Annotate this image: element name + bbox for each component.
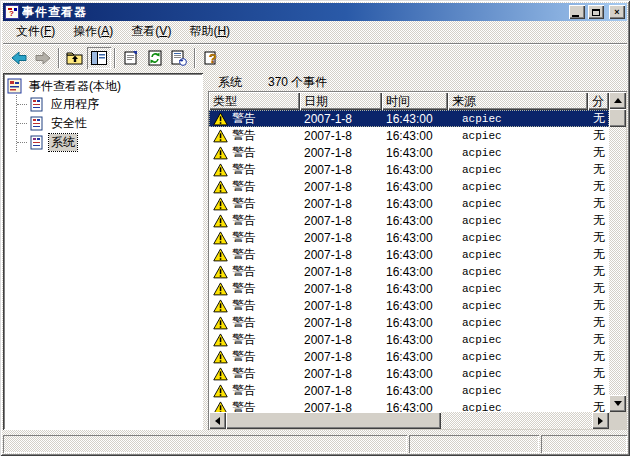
column-header-source[interactable]: 来源 bbox=[448, 92, 588, 110]
menu-item-a[interactable]: 操作(A) bbox=[64, 21, 122, 43]
menu-item-v[interactable]: 查看(V) bbox=[122, 21, 180, 43]
maximize-button[interactable] bbox=[588, 5, 604, 19]
event-type-cell: 警告 bbox=[209, 365, 300, 382]
horizontal-scroll-track[interactable] bbox=[441, 412, 592, 429]
refresh-button[interactable] bbox=[143, 47, 167, 69]
show-hide-console-tree-button[interactable] bbox=[87, 47, 111, 69]
up-one-level-button[interactable] bbox=[63, 47, 87, 69]
event-type-cell: 警告 bbox=[209, 144, 300, 161]
event-time-cell: 16:43:00 bbox=[382, 263, 448, 280]
warning-icon bbox=[213, 231, 228, 245]
back-button[interactable] bbox=[7, 47, 31, 69]
help-button[interactable]: ? bbox=[199, 47, 223, 69]
event-category-cell: 无 bbox=[588, 127, 609, 144]
scroll-left-button[interactable] bbox=[209, 412, 226, 429]
event-row[interactable]: 警告 2007-1-8 16:43:00 acpiec 无 bbox=[209, 110, 609, 127]
scope-label: 系统 bbox=[218, 74, 242, 91]
event-row[interactable]: 警告 2007-1-8 16:43:00 acpiec 无 bbox=[209, 246, 609, 263]
down-arrow-icon bbox=[614, 401, 622, 406]
event-type-text: 警告 bbox=[232, 365, 256, 382]
export-list-button[interactable] bbox=[167, 47, 191, 69]
event-row[interactable]: 警告 2007-1-8 16:43:00 acpiec 无 bbox=[209, 212, 609, 229]
event-source-cell: acpiec bbox=[448, 399, 588, 412]
event-date-cell: 2007-1-8 bbox=[300, 365, 382, 382]
horizontal-scroll-thumb[interactable] bbox=[226, 412, 441, 429]
column-header-type[interactable]: 类型 bbox=[209, 92, 300, 110]
event-row[interactable]: 警告 2007-1-8 16:43:00 acpiec 无 bbox=[209, 399, 609, 412]
event-row[interactable]: 警告 2007-1-8 16:43:00 acpiec 无 bbox=[209, 229, 609, 246]
menu-item-h[interactable]: 帮助(H) bbox=[180, 21, 239, 43]
event-date-cell: 2007-1-8 bbox=[300, 178, 382, 195]
scroll-right-button[interactable] bbox=[592, 412, 609, 429]
event-date-cell: 2007-1-8 bbox=[300, 246, 382, 263]
properties-button[interactable] bbox=[119, 47, 143, 69]
scroll-up-button[interactable] bbox=[609, 92, 626, 109]
event-time-cell: 16:43:00 bbox=[382, 297, 448, 314]
event-row[interactable]: 警告 2007-1-8 16:43:00 acpiec 无 bbox=[209, 161, 609, 178]
event-row[interactable]: 警告 2007-1-8 16:43:00 acpiec 无 bbox=[209, 178, 609, 195]
vertical-scroll-thumb[interactable] bbox=[609, 109, 626, 127]
warning-icon bbox=[213, 197, 228, 211]
tree-children: 应用程序 安全性 bbox=[16, 95, 201, 152]
event-time-cell: 16:43:00 bbox=[382, 161, 448, 178]
status-section-middle bbox=[409, 435, 539, 453]
result-pane-banner: 系统 370 个事件 bbox=[208, 73, 627, 91]
event-type-text: 警告 bbox=[232, 229, 256, 246]
event-category-cell: 无 bbox=[588, 382, 609, 399]
event-row[interactable]: 警告 2007-1-8 16:43:00 acpiec 无 bbox=[209, 331, 609, 348]
column-header-time[interactable]: 时间 bbox=[382, 92, 448, 110]
event-row[interactable]: 警告 2007-1-8 16:43:00 acpiec 无 bbox=[209, 280, 609, 297]
event-time-cell: 16:43:00 bbox=[382, 110, 448, 127]
forward-button[interactable] bbox=[31, 47, 55, 69]
event-row[interactable]: 警告 2007-1-8 16:43:00 acpiec 无 bbox=[209, 144, 609, 161]
result-pane: 系统 370 个事件 类型 日期 时间 来源 分 bbox=[208, 73, 627, 430]
event-type-cell: 警告 bbox=[209, 297, 300, 314]
tree-item-security[interactable]: 安全性 bbox=[17, 114, 201, 133]
event-list: 类型 日期 时间 来源 分 警告 2007-1-8 16:43:00 acpie… bbox=[208, 91, 627, 430]
menu-item-f[interactable]: 文件(F) bbox=[7, 21, 64, 43]
event-type-text: 警告 bbox=[232, 348, 256, 365]
tree-root-event-viewer[interactable]: 事件查看器(本地) bbox=[7, 77, 201, 95]
event-row[interactable]: 警告 2007-1-8 16:43:00 acpiec 无 bbox=[209, 297, 609, 314]
event-category-cell: 无 bbox=[588, 331, 609, 348]
title-bar[interactable]: ? 事件查看器 × bbox=[3, 3, 627, 21]
event-date-cell: 2007-1-8 bbox=[300, 331, 382, 348]
event-type-text: 警告 bbox=[232, 399, 256, 412]
event-row[interactable]: 警告 2007-1-8 16:43:00 acpiec 无 bbox=[209, 365, 609, 382]
event-row[interactable]: 警告 2007-1-8 16:43:00 acpiec 无 bbox=[209, 348, 609, 365]
minimize-icon bbox=[572, 15, 579, 17]
event-date-cell: 2007-1-8 bbox=[300, 212, 382, 229]
console-tree-pane: 事件查看器(本地) 应用程序 bbox=[3, 73, 203, 430]
event-type-text: 警告 bbox=[232, 280, 256, 297]
help-icon: ? bbox=[203, 50, 219, 66]
event-date-cell: 2007-1-8 bbox=[300, 348, 382, 365]
event-type-cell: 警告 bbox=[209, 212, 300, 229]
event-category-cell: 无 bbox=[588, 263, 609, 280]
event-row[interactable]: 警告 2007-1-8 16:43:00 acpiec 无 bbox=[209, 382, 609, 399]
minimize-button[interactable] bbox=[569, 5, 585, 19]
event-type-cell: 警告 bbox=[209, 229, 300, 246]
event-category-cell: 无 bbox=[588, 297, 609, 314]
menu-bar: 文件(F)操作(A)查看(V)帮助(H) bbox=[3, 21, 627, 43]
vertical-scroll-track[interactable] bbox=[609, 127, 626, 395]
event-row[interactable]: 警告 2007-1-8 16:43:00 acpiec 无 bbox=[209, 314, 609, 331]
event-category-cell: 无 bbox=[588, 144, 609, 161]
event-source-cell: acpiec bbox=[448, 365, 588, 382]
close-button[interactable]: × bbox=[609, 5, 625, 19]
event-row[interactable]: 警告 2007-1-8 16:43:00 acpiec 无 bbox=[209, 263, 609, 280]
event-category-cell: 无 bbox=[588, 365, 609, 382]
event-time-cell: 16:43:00 bbox=[382, 144, 448, 161]
event-source-cell: acpiec bbox=[448, 127, 588, 144]
column-header-date[interactable]: 日期 bbox=[300, 92, 382, 110]
event-type-cell: 警告 bbox=[209, 246, 300, 263]
scroll-down-button[interactable] bbox=[609, 395, 626, 412]
tree-item-system[interactable]: 系统 bbox=[17, 133, 201, 152]
event-source-cell: acpiec bbox=[448, 110, 588, 127]
column-header-category[interactable]: 分 bbox=[588, 92, 609, 110]
event-row[interactable]: 警告 2007-1-8 16:43:00 acpiec 无 bbox=[209, 195, 609, 212]
event-row[interactable]: 警告 2007-1-8 16:43:00 acpiec 无 bbox=[209, 127, 609, 144]
up-arrow-icon bbox=[614, 98, 622, 103]
tree-root-label: 事件查看器(本地) bbox=[27, 78, 123, 95]
event-type-text: 警告 bbox=[232, 331, 256, 348]
tree-item-application[interactable]: 应用程序 bbox=[17, 95, 201, 114]
